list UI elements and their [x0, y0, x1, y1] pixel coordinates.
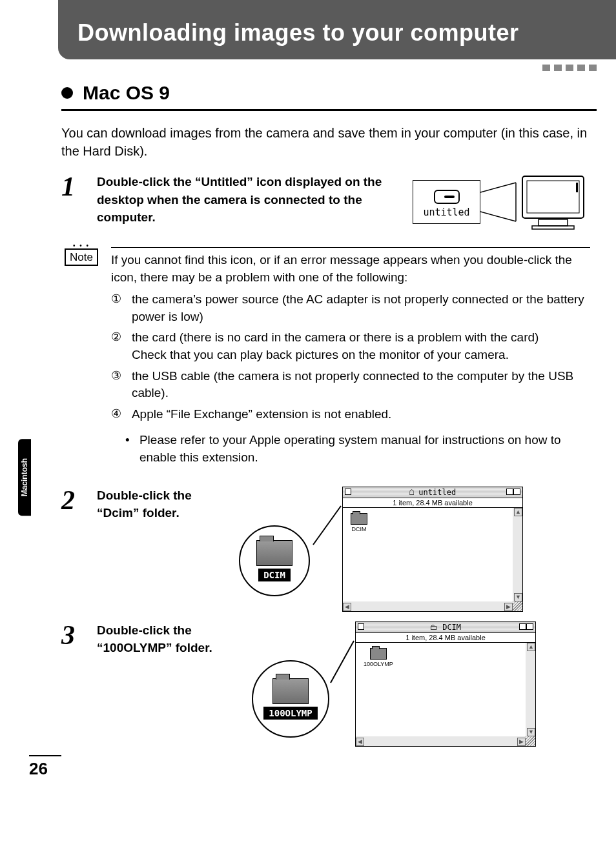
svg-rect-7 — [532, 226, 574, 229]
note-sub-text: Please refer to your Apple operating sys… — [139, 432, 590, 466]
finder-window-untitled: ☖ untitled 1 item, 28.4 MB available DCI… — [342, 487, 523, 612]
svg-line-0 — [480, 183, 516, 192]
close-box-icon — [358, 623, 364, 630]
folder-icon — [370, 648, 387, 660]
callout-folder-dcim: DCIM — [239, 525, 310, 596]
note-item-text: Apple “File Exchange” extension is not e… — [132, 406, 391, 423]
step-text: Double-click the “100OLYMP” folder. — [97, 621, 239, 747]
step-3-figure: 100OLYMP 🗀 DCIM 1 item, 28.4 MB availabl… — [252, 621, 536, 747]
side-tab-macintosh: Macintosh — [18, 439, 31, 516]
bullet-icon — [61, 87, 73, 99]
scroll-down-icon: ▼ — [527, 728, 535, 736]
window-titlebar: 🗀 DCIM — [356, 622, 535, 633]
svg-rect-6 — [539, 219, 568, 226]
scroll-right-icon: ▶ — [504, 603, 513, 611]
window-status: 1 item, 28.4 MB available — [343, 498, 522, 508]
note-item-3: ③ the USB cable (the camera is not prope… — [111, 368, 590, 402]
zoom-box-icon — [506, 489, 520, 495]
decorative-squares — [542, 65, 597, 71]
note-sub-bullet: • Please refer to your Apple operating s… — [125, 432, 590, 466]
callout-line — [329, 621, 355, 738]
step-1: 1 Double-click the “Untitled” icon displ… — [61, 173, 590, 231]
window-status: 1 item, 28.4 MB available — [356, 633, 535, 643]
folder-item: DCIM — [351, 513, 367, 532]
manual-page: Downloading images to your computer Mac … — [0, 0, 616, 792]
svg-rect-4 — [527, 181, 579, 213]
note-item-text: the camera’s power source (the AC adapte… — [132, 291, 590, 325]
svg-line-8 — [313, 506, 341, 545]
enum-marker: ③ — [111, 368, 125, 402]
enum-marker: ④ — [111, 406, 125, 423]
step-text: Double-click the “Untitled” icon display… — [97, 173, 400, 231]
step-text: Double-click the “Dcim” folder. — [97, 487, 226, 612]
step-2-figure: DCIM ☖ untitled 1 item, 28.4 MB availabl… — [239, 487, 523, 612]
section-heading: Mac OS 9 — [61, 82, 597, 111]
note-item-2: ② the card (there is no card in the came… — [111, 329, 590, 363]
step-number: 2 — [61, 487, 81, 612]
note-body: If you cannot find this icon, or if an e… — [111, 247, 590, 470]
scroll-left-icon: ◀ — [343, 603, 351, 611]
finder-window-dcim: 🗀 DCIM 1 item, 28.4 MB available 100OLYM… — [355, 621, 536, 747]
note-badge: Note — [65, 248, 98, 266]
folder-label: 100OLYMP — [263, 707, 317, 720]
step-number: 3 — [61, 621, 81, 747]
note-item-4: ④ Apple “File Exchange” extension is not… — [111, 406, 590, 467]
note-block: Note If you cannot find this icon, or if… — [65, 247, 590, 470]
svg-line-9 — [331, 641, 354, 683]
page-header: Downloading images to your computer — [58, 0, 616, 59]
note-item-1: ① the camera’s power source (the AC adap… — [111, 291, 590, 325]
step-number: 1 — [61, 173, 81, 231]
scroll-up-icon: ▲ — [527, 643, 535, 651]
note-item-text: the USB cable (the camera is not properl… — [132, 368, 590, 402]
note-list: ① the camera’s power source (the AC adap… — [111, 291, 590, 466]
scroll-down-icon: ▼ — [514, 593, 522, 601]
zoom-box-icon — [519, 623, 533, 630]
callout-line — [310, 487, 342, 596]
step-2: 2 Double-click the “Dcim” folder. DCIM ☖… — [61, 487, 590, 612]
callout-folder-100olymp: 100OLYMP — [252, 660, 329, 738]
window-titlebar: ☖ untitled — [343, 487, 522, 498]
scroll-left-icon: ◀ — [356, 738, 364, 746]
step-1-figure: untitled — [413, 173, 590, 231]
scroll-up-icon: ▲ — [514, 508, 522, 516]
window-content: 100OLYMP ▲ ▼ ◀ ▶ — [356, 643, 535, 746]
enum-marker: ② — [111, 329, 125, 363]
bullet-dot: • — [125, 432, 133, 466]
folder-name: 100OLYMP — [364, 661, 393, 667]
callout-lines — [480, 179, 519, 225]
step-3: 3 Double-click the “100OLYMP” folder. 10… — [61, 621, 590, 747]
folder-name: DCIM — [351, 526, 367, 532]
svg-rect-3 — [522, 176, 584, 218]
intro-paragraph: You can download images from the camera … — [61, 124, 590, 160]
note-lead: If you cannot find this icon, or if an e… — [111, 252, 590, 286]
svg-line-1 — [480, 212, 516, 221]
page-title: Downloading images to your computer — [77, 19, 616, 46]
folder-icon — [351, 513, 367, 525]
folder-item: 100OLYMP — [364, 648, 393, 667]
svg-rect-5 — [576, 183, 578, 192]
drive-label: untitled — [423, 207, 469, 218]
section-title: Mac OS 9 — [83, 82, 170, 104]
folder-icon — [272, 678, 309, 704]
scroll-right-icon: ▶ — [517, 738, 526, 746]
page-number: 26 — [29, 755, 61, 779]
window-content: DCIM ▲ ▼ ◀ ▶ — [343, 508, 522, 611]
folder-label: DCIM — [258, 569, 291, 581]
folder-icon — [256, 540, 293, 566]
close-box-icon — [345, 489, 351, 495]
drive-icon — [434, 190, 460, 204]
note-item-text: the card (there is no card in the camera… — [132, 329, 539, 363]
enum-marker: ① — [111, 291, 125, 325]
untitled-drive-icon: untitled — [413, 180, 480, 224]
monitor-icon — [519, 173, 590, 231]
